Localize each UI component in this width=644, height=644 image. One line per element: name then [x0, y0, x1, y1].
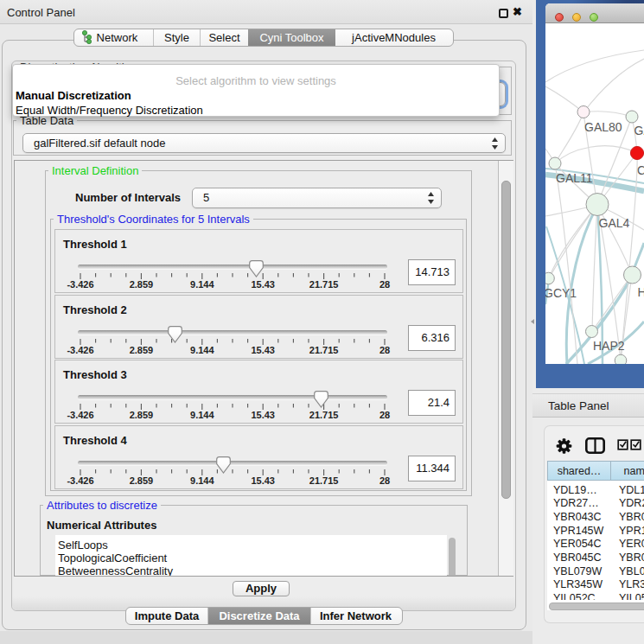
svg-text:HAP2: HAP2	[593, 339, 625, 353]
svg-text:GAL80: GAL80	[584, 120, 622, 134]
svg-text:GCY1: GCY1	[545, 286, 577, 300]
svg-text:GAL11: GAL11	[556, 171, 593, 185]
svg-text:C: C	[637, 163, 644, 177]
svg-text:HA: HA	[638, 285, 644, 299]
svg-text:GA: GA	[634, 124, 644, 137]
svg-text:GAL4: GAL4	[599, 216, 630, 230]
